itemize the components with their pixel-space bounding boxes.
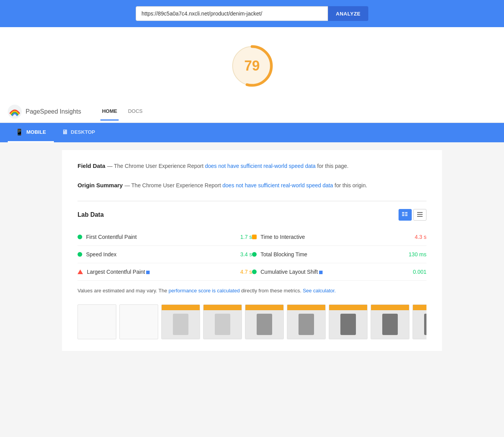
- filmstrip-frame-2: [119, 304, 158, 339]
- filmstrip-frame-7: [329, 304, 368, 339]
- frame-bar: [287, 305, 325, 310]
- field-data-before: — The Chrome User Experience Report: [107, 163, 205, 169]
- svg-rect-5: [402, 215, 404, 216]
- filmstrip-frame-4: [203, 304, 242, 339]
- metric-lcp-label: Largest Contentful Paint: [87, 269, 230, 275]
- metric-cls: Cumulative Layout Shift 0.001: [252, 263, 426, 281]
- main-content: Field Data — The Chrome User Experience …: [62, 150, 442, 351]
- score-number: 79: [244, 58, 260, 74]
- metric-si-value: 3.4 s: [234, 251, 252, 257]
- note-before: Values are estimated and may vary. The: [78, 288, 169, 294]
- frame-bar: [413, 305, 426, 310]
- origin-summary-text: — The Chrome User Experience Report does…: [124, 182, 367, 188]
- metric-lcp: Largest Contentful Paint 4.7 s: [78, 263, 252, 281]
- person-silhouette: [424, 314, 426, 335]
- nav-home[interactable]: HOME: [100, 103, 119, 121]
- svg-rect-3: [402, 212, 404, 213]
- metric-cls-indicator: [252, 269, 257, 274]
- pagespeed-logo: [8, 105, 22, 119]
- tab-desktop[interactable]: 🖥 DESKTOP: [54, 123, 103, 142]
- metrics-note: Values are estimated and may vary. The p…: [78, 287, 426, 295]
- list-icon: [417, 212, 423, 218]
- person-silhouette: [173, 314, 188, 335]
- svg-rect-11: [417, 216, 423, 217]
- origin-after: for this origin.: [333, 182, 367, 188]
- metric-tti: Time to Interactive 4.3 s: [252, 228, 426, 246]
- tab-desktop-label: DESKTOP: [71, 129, 95, 135]
- metric-si-indicator: [78, 252, 82, 257]
- logo-area: PageSpeed Insights: [8, 101, 81, 123]
- frame-bar: [371, 305, 409, 310]
- frame-placeholder: [204, 310, 242, 339]
- metric-cls-value: 0.001: [407, 269, 426, 275]
- filmstrip-frame-3: [161, 304, 200, 339]
- field-data-title: Field Data: [78, 162, 105, 169]
- calculator-link[interactable]: See calculator.: [303, 288, 336, 294]
- frame-bar: [329, 305, 367, 310]
- grid-icon: [402, 212, 408, 218]
- view-toggle: [399, 209, 426, 221]
- metric-fcp: First Contentful Paint 1.7 s: [78, 228, 252, 246]
- desktop-icon: 🖥: [62, 129, 68, 136]
- svg-rect-4: [402, 214, 404, 214]
- metric-tti-indicator: [252, 235, 257, 239]
- analyze-button[interactable]: ANALYZE: [328, 6, 368, 21]
- divider: [78, 201, 426, 201]
- metric-fcp-indicator: [78, 235, 82, 239]
- frame-placeholder: [371, 310, 409, 339]
- metrics-grid: First Contentful Paint 1.7 s Time to Int…: [78, 228, 426, 281]
- svg-rect-8: [405, 215, 407, 216]
- person-silhouette: [299, 314, 314, 335]
- frame-placeholder: [162, 310, 200, 339]
- metric-tbt-value: 130 ms: [402, 251, 426, 257]
- metric-tbt-label: Total Blocking Time: [261, 251, 399, 257]
- lab-data-header: Lab Data: [78, 209, 426, 221]
- frame-bar: [162, 305, 200, 310]
- metric-tbt: Total Blocking Time 130 ms: [252, 246, 426, 263]
- url-input[interactable]: [136, 6, 328, 21]
- origin-summary-title: Origin Summary: [78, 182, 123, 188]
- toggle-grid-button[interactable]: [399, 209, 412, 221]
- frame-placeholder: [245, 310, 283, 339]
- metric-lcp-value: 4.7 s: [234, 269, 252, 275]
- filmstrip-frame-6: [287, 304, 326, 339]
- nav-docs[interactable]: DOCS: [126, 103, 144, 121]
- mobile-icon: 📱: [16, 128, 23, 136]
- toggle-list-button[interactable]: [413, 209, 426, 221]
- metric-si-label: Speed Index: [86, 251, 230, 257]
- field-data-after: for this page.: [316, 163, 349, 169]
- frame-placeholder: [329, 310, 367, 339]
- tab-mobile[interactable]: 📱 MOBILE: [8, 123, 54, 142]
- person-silhouette: [340, 314, 356, 335]
- svg-rect-7: [405, 214, 407, 214]
- main-nav: HOME DOCS: [100, 103, 144, 121]
- note-link[interactable]: performance score is calculated: [169, 288, 240, 294]
- person-silhouette: [215, 314, 230, 335]
- header-nav: PageSpeed Insights HOME DOCS: [0, 101, 504, 123]
- filmstrip-frame-8: [371, 304, 409, 339]
- frame-bar: [204, 305, 242, 310]
- device-tabs: 📱 MOBILE 🖥 DESKTOP: [0, 123, 504, 142]
- origin-summary-link[interactable]: does not have sufficient real-world spee…: [223, 182, 333, 188]
- filmstrip: [78, 304, 426, 339]
- field-data-section: Field Data — The Chrome User Experience …: [78, 162, 426, 170]
- note-after: directly from these metrics.: [240, 288, 303, 294]
- metric-lcp-indicator: [78, 269, 83, 274]
- origin-summary-section: Origin Summary — The Chrome User Experie…: [78, 181, 426, 190]
- svg-rect-10: [417, 214, 423, 215]
- svg-rect-6: [405, 212, 407, 213]
- lcp-flag-icon: [146, 271, 150, 274]
- field-data-text: — The Chrome User Experience Report does…: [107, 163, 349, 169]
- svg-rect-9: [417, 212, 423, 213]
- logo-text: PageSpeed Insights: [26, 108, 81, 115]
- field-data-link[interactable]: does not have sufficient real-world spee…: [205, 163, 316, 169]
- score-circle: 79: [229, 43, 275, 89]
- tab-mobile-label: MOBILE: [26, 129, 46, 135]
- metric-tbt-indicator: [252, 252, 257, 257]
- top-bar: ANALYZE: [0, 0, 504, 27]
- person-silhouette: [257, 314, 272, 335]
- metric-tti-label: Time to Interactive: [261, 234, 405, 240]
- origin-before: — The Chrome User Experience Report: [124, 182, 223, 188]
- cls-flag-icon: [319, 271, 323, 274]
- frame-bar: [245, 305, 283, 310]
